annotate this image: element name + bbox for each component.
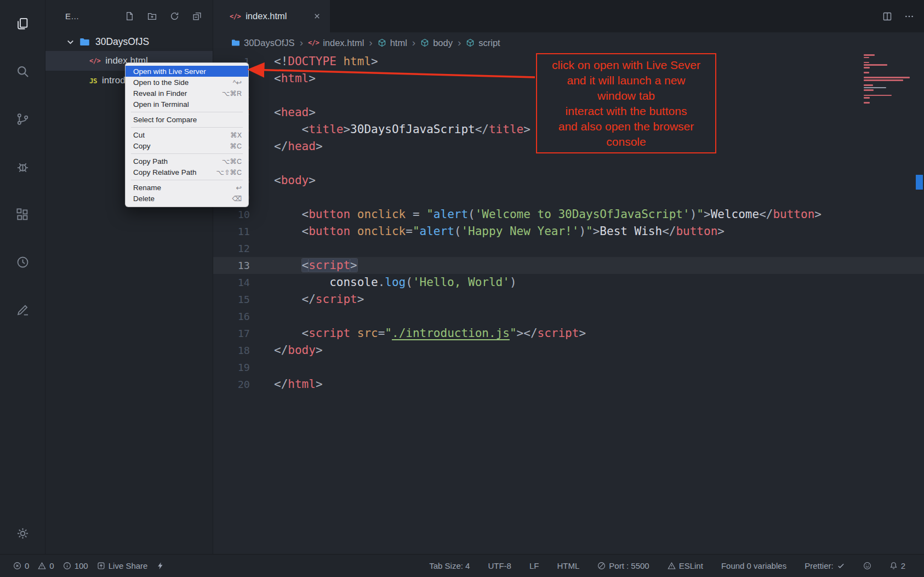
menu-item-label: Rename bbox=[133, 184, 161, 192]
line-number: 10 bbox=[213, 206, 250, 223]
code-line-17[interactable]: 17 <script src="./introduction.js"></scr… bbox=[213, 325, 924, 342]
menu-item-shortcut: ⌘X bbox=[230, 131, 242, 139]
menu-item-label: Open to the Side bbox=[133, 78, 189, 87]
status-problems-errors[interactable]: 0 bbox=[13, 561, 29, 570]
symbol-cube-icon bbox=[378, 38, 386, 47]
status-feedback-smiley[interactable] bbox=[863, 562, 871, 570]
status-eol[interactable]: LF bbox=[529, 561, 539, 570]
code-line-19[interactable]: 19 bbox=[213, 359, 924, 376]
menu-item-shortcut: ⌘C bbox=[230, 142, 242, 150]
status-eslint[interactable]: ESLint bbox=[668, 561, 703, 570]
code-line-8[interactable]: 8<body> bbox=[213, 172, 924, 189]
status-found-variables[interactable]: Found 0 variables bbox=[721, 561, 786, 570]
status-label: 0 bbox=[49, 561, 54, 570]
breadcrumb-script[interactable]: script bbox=[466, 38, 500, 48]
breadcrumb-html[interactable]: html bbox=[378, 38, 407, 48]
history-icon[interactable] bbox=[8, 247, 37, 277]
files-icon[interactable] bbox=[8, 9, 37, 38]
code-line-13[interactable]: 13 <script> bbox=[213, 257, 924, 274]
menu-item-shortcut: ↩ bbox=[236, 184, 242, 192]
status-encoding[interactable]: UTF-8 bbox=[488, 561, 511, 570]
status-problems-info[interactable]: 100 bbox=[63, 561, 88, 570]
annotation-line: and also open the browser bbox=[537, 119, 715, 134]
menu-item-open-to-the-side[interactable]: Open to the Side^↩ bbox=[126, 77, 248, 88]
status-live-share[interactable]: Live Share bbox=[97, 561, 148, 570]
status-language-mode[interactable]: HTML bbox=[557, 561, 579, 570]
breadcrumb-30daysofjs[interactable]: 30DaysOfJS bbox=[231, 38, 295, 48]
tab-close-icon[interactable] bbox=[313, 12, 321, 20]
tab-index-html[interactable]: </> index.html bbox=[213, 0, 330, 32]
check-icon bbox=[837, 562, 845, 570]
status-bar: 00100Live Share Tab Size: 4UTF-8LFHTMLPo… bbox=[0, 554, 924, 577]
explorer-title: E… bbox=[65, 12, 79, 21]
source-control-icon[interactable] bbox=[8, 104, 37, 134]
menu-item-cut[interactable]: Cut⌘X bbox=[126, 129, 248, 140]
menu-item-select-for-compare[interactable]: Select for Compare bbox=[126, 114, 248, 125]
code-line-9[interactable]: 9 bbox=[213, 189, 924, 206]
menu-item-copy-path[interactable]: Copy Path⌥⌘C bbox=[126, 156, 248, 167]
breadcrumb-index-html[interactable]: </>index.html bbox=[308, 38, 364, 48]
breadcrumb-label: body bbox=[433, 38, 453, 48]
line-number: 15 bbox=[213, 291, 250, 308]
menu-item-open-with-live-server[interactable]: Open with Live Server bbox=[126, 66, 248, 77]
annotation-box: click on open with Live Severand it will… bbox=[536, 53, 716, 153]
status-code-runner[interactable] bbox=[156, 562, 164, 570]
code-line-16[interactable]: 16 bbox=[213, 308, 924, 325]
code-line-15[interactable]: 15 </script> bbox=[213, 291, 924, 308]
annotation-line: console bbox=[537, 134, 715, 150]
annotation-line: window tab bbox=[537, 88, 715, 104]
folder-row-30daysofjs[interactable]: 30DaysOfJS bbox=[45, 32, 213, 51]
code-line-18[interactable]: 18</body> bbox=[213, 342, 924, 359]
activity-bar bbox=[0, 0, 45, 554]
menu-item-shortcut: ^↩ bbox=[233, 78, 242, 87]
status-prettier[interactable]: Prettier: bbox=[805, 561, 845, 570]
split-editor-icon[interactable] bbox=[882, 12, 892, 21]
menu-item-copy-relative-path[interactable]: Copy Relative Path⌥⇧⌘C bbox=[126, 167, 248, 178]
collapse-all-icon[interactable] bbox=[192, 12, 202, 21]
menu-item-reveal-in-finder[interactable]: Reveal in Finder⌥⌘R bbox=[126, 88, 248, 99]
new-folder-icon[interactable] bbox=[147, 12, 157, 21]
js-file-icon: JS bbox=[89, 77, 97, 85]
menu-item-rename[interactable]: Rename↩ bbox=[126, 182, 248, 193]
symbol-cube-icon bbox=[466, 38, 475, 47]
code-line-14[interactable]: 14 console.log('Hello, World') bbox=[213, 274, 924, 291]
status-live-server-port[interactable]: Port : 5500 bbox=[597, 561, 649, 570]
edit-pen-icon[interactable] bbox=[8, 295, 37, 324]
chevron-right-icon: › bbox=[458, 37, 461, 49]
menu-item-open-in-terminal[interactable]: Open in Terminal bbox=[126, 99, 248, 110]
status-problems-warnings[interactable]: 0 bbox=[38, 561, 54, 570]
more-actions-icon[interactable] bbox=[904, 12, 914, 21]
error-icon bbox=[13, 562, 21, 570]
gear-icon[interactable] bbox=[8, 518, 37, 548]
code-line-7[interactable]: 7 bbox=[213, 155, 924, 172]
breadcrumb-body[interactable]: body bbox=[420, 38, 453, 48]
lightning-icon bbox=[156, 562, 164, 570]
code-line-10[interactable]: 10 <button onclick = "alert('Welcome to … bbox=[213, 206, 924, 223]
status-notifications[interactable]: 2 bbox=[889, 561, 905, 570]
info-icon bbox=[63, 562, 71, 570]
new-file-icon[interactable] bbox=[125, 12, 134, 21]
status-label: Live Share bbox=[109, 561, 148, 570]
refresh-icon[interactable] bbox=[170, 12, 179, 21]
extensions-icon[interactable] bbox=[8, 199, 37, 229]
status-label: 0 bbox=[25, 561, 29, 570]
search-icon[interactable] bbox=[8, 56, 37, 86]
code-line-20[interactable]: 20</html> bbox=[213, 376, 924, 393]
menu-item-delete[interactable]: Delete⌫ bbox=[126, 193, 248, 204]
breadcrumb: 30DaysOfJS›</>index.html›html›body›scrip… bbox=[213, 32, 924, 53]
minimap[interactable] bbox=[864, 54, 911, 105]
menu-separator bbox=[131, 180, 243, 180]
menu-item-copy[interactable]: Copy⌘C bbox=[126, 140, 248, 151]
status-label: HTML bbox=[557, 561, 579, 570]
smiley-icon bbox=[863, 562, 871, 570]
menu-item-label: Copy bbox=[133, 142, 151, 150]
code-line-11[interactable]: 11 <button onclick="alert('Happy New Yea… bbox=[213, 223, 924, 240]
status-tab-size[interactable]: Tab Size: 4 bbox=[429, 561, 470, 570]
code-line-12[interactable]: 12 bbox=[213, 240, 924, 257]
scroll-marker[interactable] bbox=[916, 175, 923, 190]
debug-icon[interactable] bbox=[8, 152, 37, 181]
status-label: Found 0 variables bbox=[721, 561, 786, 570]
live-share-icon bbox=[97, 562, 105, 570]
menu-item-label: Reveal in Finder bbox=[133, 89, 187, 98]
folder-label: 30DaysOfJS bbox=[95, 36, 149, 48]
